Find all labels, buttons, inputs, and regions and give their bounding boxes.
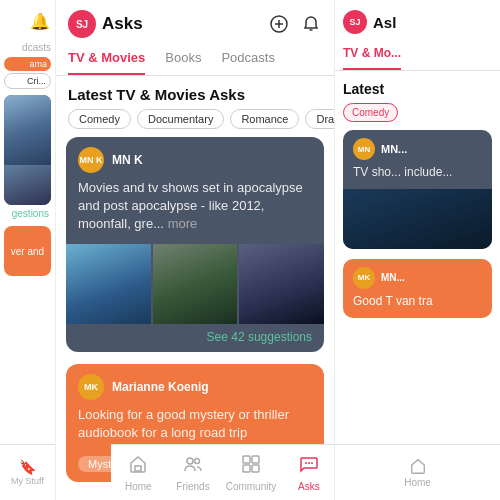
app-header: SJ Asks — [56, 0, 334, 44]
bell-icon[interactable] — [300, 13, 322, 35]
left-panel: 🔔 dcasts ama Cri... gestions ver and — [0, 0, 55, 500]
card1-avatar: MN K — [78, 147, 104, 173]
right-nav-home[interactable]: Home — [404, 457, 431, 488]
card1-more[interactable]: more — [168, 216, 198, 231]
card2-avatar: MK — [78, 374, 104, 400]
nav-community-label: Community — [226, 481, 277, 492]
right-section-title: Latest — [335, 71, 500, 103]
svg-rect-8 — [252, 456, 259, 463]
nav-home[interactable]: Home — [116, 454, 160, 492]
svg-rect-4 — [135, 466, 141, 471]
left-nav-my-stuff[interactable]: 🔖 My Stuff — [11, 459, 44, 486]
left-chip-2[interactable]: Cri... — [4, 73, 51, 89]
svg-rect-7 — [243, 456, 250, 463]
chip-documentary[interactable]: Documentary — [137, 109, 224, 129]
svg-point-6 — [195, 458, 200, 463]
right-avatar: SJ — [343, 10, 367, 34]
nav-asks-label: Asks — [298, 481, 320, 492]
left-suggestions-label: gestions — [4, 205, 51, 222]
svg-point-11 — [305, 462, 307, 464]
card1-images — [66, 244, 324, 324]
svg-point-12 — [308, 462, 310, 464]
card1-img2 — [153, 244, 238, 324]
ask-card-1: MN K MN K Movies and tv shows set in apo… — [66, 137, 324, 352]
left-nav-label: My Stuff — [11, 476, 44, 486]
filter-chips: Comedy Documentary Romance Drama Cri... — [56, 109, 334, 137]
suggestions-link[interactable]: See 42 suggestions — [66, 324, 324, 352]
right-nav-home-label: Home — [404, 477, 431, 488]
bottom-nav: Home Friends — [111, 444, 335, 500]
left-bottom-text: ver and — [11, 245, 44, 258]
right-chip-comedy[interactable]: Comedy — [343, 103, 398, 122]
section-title: Latest TV & Movies Asks — [56, 76, 334, 109]
chip-romance[interactable]: Romance — [230, 109, 299, 129]
tabs-bar: TV & Movies Books Podcasts — [56, 44, 334, 76]
user-avatar[interactable]: SJ — [68, 10, 96, 38]
right-orange-text: Good T van tra — [343, 293, 492, 318]
right-card-dark: MN MN... TV sho... include... — [343, 130, 492, 249]
right-card-text: TV sho... include... — [343, 164, 492, 189]
right-card-avatar: MN — [353, 138, 375, 160]
svg-point-5 — [187, 458, 193, 464]
card1-img3 — [239, 244, 324, 324]
tab-podcasts[interactable]: Podcasts — [221, 44, 274, 75]
asks-icon — [299, 454, 319, 479]
app-title: Asks — [102, 14, 143, 34]
card1-text: Movies and tv shows set in apocalypse an… — [66, 179, 324, 244]
right-orange-username: MN... — [381, 272, 405, 283]
nav-home-label: Home — [125, 481, 152, 492]
right-card-username: MN... — [381, 143, 407, 155]
chip-comedy[interactable]: Comedy — [68, 109, 131, 129]
nav-community[interactable]: Community — [226, 454, 277, 492]
left-bell-icon[interactable]: 🔔 — [29, 10, 51, 32]
left-chip-1[interactable]: ama — [4, 57, 51, 71]
right-tab-tv[interactable]: TV & Mo... — [343, 40, 401, 70]
svg-point-13 — [311, 462, 313, 464]
tab-books[interactable]: Books — [165, 44, 201, 75]
card2-username: Marianne Koenig — [112, 380, 209, 394]
right-orange-avatar: MK — [353, 267, 375, 289]
card1-img1 — [66, 244, 151, 324]
right-orange-card: MK MN... Good T van tra — [343, 259, 492, 318]
community-icon — [241, 454, 261, 479]
svg-rect-10 — [252, 465, 259, 472]
add-icon[interactable] — [268, 13, 290, 35]
center-panel: SJ Asks — [55, 0, 335, 500]
home-icon — [128, 454, 148, 479]
nav-asks[interactable]: Asks — [287, 454, 331, 492]
right-card-image — [343, 189, 492, 249]
tab-tv-movies[interactable]: TV & Movies — [68, 44, 145, 75]
chip-drama[interactable]: Drama — [305, 109, 334, 129]
svg-rect-9 — [243, 465, 250, 472]
friends-icon — [183, 454, 203, 479]
nav-friends[interactable]: Friends — [171, 454, 215, 492]
right-nav: Home — [335, 444, 500, 500]
nav-friends-label: Friends — [176, 481, 209, 492]
right-panel: SJ Asl TV & Mo... Latest Comedy MN MN...… — [335, 0, 500, 500]
card1-username: MN K — [112, 153, 143, 167]
right-title: Asl — [373, 14, 396, 31]
